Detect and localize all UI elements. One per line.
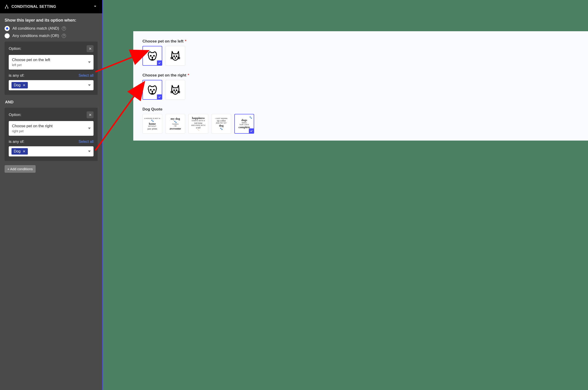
branch-icon (4, 4, 9, 9)
close-icon[interactable]: ✕ (87, 45, 94, 52)
quote-text: awesome (169, 127, 181, 131)
svg-point-5 (174, 56, 175, 57)
and-separator: AND (5, 100, 97, 104)
svg-point-10 (176, 90, 177, 91)
radio-and-label: All conditions match (AND) (12, 26, 59, 31)
quote-option-3[interactable]: happiness STARTS WITH A wet nose AND END… (188, 114, 208, 134)
close-icon[interactable]: ✕ (23, 83, 25, 87)
quote-option-5[interactable]: dogs 🐾 MAKE OUR LIVES complete (234, 114, 254, 134)
preview-panel: Choose pet on the left* (133, 31, 588, 141)
option-select-1[interactable]: Choose pet on the left left pet (9, 55, 94, 70)
chevron-down-icon (88, 151, 91, 152)
isany-label: is any of: (9, 140, 24, 144)
radio-or[interactable]: Any conditions match (OR) ? (4, 33, 98, 38)
bone-icon: 🦴 (197, 129, 200, 131)
paw-icon: 🐾 (174, 121, 177, 123)
paw-icon: 🐾 (249, 116, 252, 119)
svg-point-6 (176, 56, 177, 57)
radio-and[interactable]: All conditions match (AND) ? (4, 26, 98, 31)
value-select-2[interactable]: Dog ✕ (9, 146, 94, 156)
dog-icon (146, 49, 159, 62)
chevron-down-icon (88, 85, 91, 86)
quote-text: AND ENDS WITH (191, 125, 205, 126)
quote-text: happiness (192, 116, 205, 120)
quote-text: dogs (241, 118, 247, 122)
cat-icon (169, 49, 182, 62)
help-icon[interactable]: ? (62, 34, 66, 38)
quote-text: home (149, 122, 156, 126)
check-icon (249, 128, 254, 134)
option-select-value: Choose pet on the left (12, 58, 90, 62)
condition-block-2: Option: ✕ Choose pet on the right right … (4, 108, 98, 161)
tag-label: Dog (14, 83, 20, 87)
check-icon (157, 60, 162, 65)
quote-text: STARTS WITH A (192, 120, 205, 122)
pet-option-dog[interactable] (143, 46, 162, 66)
svg-point-3 (150, 55, 151, 56)
quote-text: a tail (196, 126, 201, 129)
quote-text: THINKS (172, 123, 178, 125)
pet-left-row (143, 46, 581, 66)
svg-point-9 (174, 90, 175, 91)
sidebar: CONDITIONAL SETTING Show this layer and … (0, 0, 102, 390)
quote-row: A HOUSE IS NOT A 🐾 home WITHOUT paw prin… (143, 114, 581, 134)
field-label-text: Choose pet on the right (143, 73, 186, 77)
instruction-text: Show this layer and its option when: (4, 18, 98, 23)
svg-point-0 (6, 5, 7, 6)
dog-icon (146, 83, 159, 96)
quote-text: wet nose (194, 122, 202, 125)
option-select-2[interactable]: Choose pet on the right right pet (9, 121, 94, 136)
pet-option-cat[interactable] (165, 80, 185, 100)
add-conditions-button[interactable]: + Add conditions (4, 165, 36, 173)
check-icon (157, 95, 162, 99)
isany-label: is any of: (9, 73, 24, 78)
svg-point-4 (154, 55, 155, 56)
field-label-right: Choose pet on the right* (143, 73, 581, 78)
quote-text: WITHOUT (148, 125, 156, 127)
option-select-sub: right pet (12, 129, 90, 133)
sidebar-title: CONDITIONAL SETTING (11, 4, 56, 9)
quote-text: MAKE (242, 122, 247, 124)
quote-text: A HOUSE IS NOT A (145, 118, 160, 119)
help-icon[interactable]: ? (62, 26, 66, 31)
svg-point-1 (5, 8, 6, 8)
paw-icon: 🐾 (151, 119, 154, 122)
tag-dog[interactable]: Dog ✕ (11, 82, 28, 89)
select-all-link[interactable]: Select all (79, 140, 94, 144)
quote-text: paw prints (148, 128, 157, 130)
quote-option-2[interactable]: my dog 🐾 THINKS I'M awesome (165, 114, 185, 134)
select-all-link[interactable]: Select all (79, 74, 94, 78)
pet-option-cat[interactable] (165, 46, 185, 66)
quote-text: dog (219, 124, 223, 128)
option-label: Option: (9, 112, 21, 117)
chevron-down-icon (88, 61, 91, 63)
svg-point-8 (154, 89, 155, 90)
option-label: Option: (9, 47, 21, 51)
quote-text: sip coffee (217, 119, 226, 122)
paw-icon: 🐾 (220, 128, 223, 130)
quote-option-1[interactable]: A HOUSE IS NOT A 🐾 home WITHOUT paw prin… (143, 114, 162, 134)
radio-icon (4, 26, 10, 31)
radio-or-label: Any conditions match (OR) (12, 34, 59, 38)
quote-text: complete (238, 126, 250, 129)
radio-icon (4, 33, 10, 38)
value-select-1[interactable]: Dog ✕ (9, 80, 94, 90)
sidebar-header: CONDITIONAL SETTING (0, 0, 102, 13)
pet-right-row (143, 80, 581, 100)
collapse-icon[interactable] (93, 4, 98, 10)
close-icon[interactable]: ✕ (87, 111, 94, 118)
svg-point-2 (7, 8, 8, 8)
option-select-value: Choose pet on the right (12, 124, 90, 128)
pet-option-dog[interactable] (143, 80, 162, 100)
field-label-left: Choose pet on the left* (143, 39, 581, 44)
quote-text: I JUST WANNA (215, 118, 227, 119)
option-select-sub: left pet (12, 63, 90, 67)
quote-option-4[interactable]: I JUST WANNA sip coffee AND PET MY dog 🐾 (212, 114, 231, 134)
tag-label: Dog (14, 149, 20, 153)
svg-point-7 (150, 89, 151, 90)
canvas: Choose pet on the left* (103, 0, 588, 390)
tag-dog[interactable]: Dog ✕ (11, 148, 28, 154)
close-icon[interactable]: ✕ (23, 149, 25, 153)
condition-block-1: Option: ✕ Choose pet on the left left pe… (4, 42, 98, 95)
quote-text: my dog (171, 117, 180, 121)
